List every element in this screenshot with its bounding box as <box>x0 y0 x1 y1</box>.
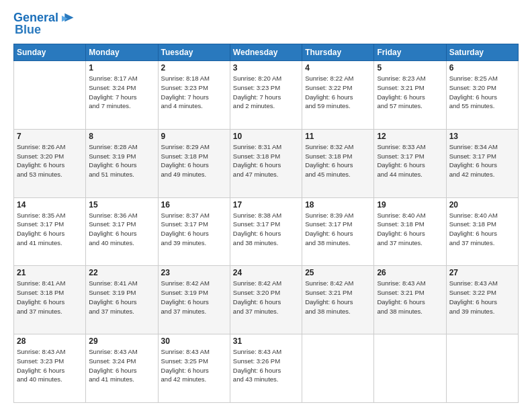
logo: General Blue <box>13 11 75 37</box>
week-row-3: 21Sunrise: 8:41 AMSunset: 3:18 PMDayligh… <box>14 266 519 334</box>
calendar-cell: 20Sunrise: 8:40 AMSunset: 3:18 PMDayligh… <box>446 197 518 266</box>
day-info: Sunrise: 8:43 AMSunset: 3:23 PMDaylight:… <box>17 347 83 384</box>
calendar-cell: 24Sunrise: 8:42 AMSunset: 3:20 PMDayligh… <box>230 266 302 334</box>
weekday-header-thursday: Thursday <box>302 44 374 61</box>
calendar-cell: 5Sunrise: 8:23 AMSunset: 3:21 PMDaylight… <box>374 61 446 130</box>
day-info: Sunrise: 8:43 AMSunset: 3:21 PMDaylight:… <box>377 279 443 316</box>
day-info: Sunrise: 8:35 AMSunset: 3:17 PMDaylight:… <box>17 211 83 248</box>
day-info: Sunrise: 8:43 AMSunset: 3:24 PMDaylight:… <box>89 347 154 384</box>
calendar-cell: 4Sunrise: 8:22 AMSunset: 3:22 PMDaylight… <box>302 61 374 130</box>
weekday-header-wednesday: Wednesday <box>230 44 302 61</box>
calendar-cell: 19Sunrise: 8:40 AMSunset: 3:18 PMDayligh… <box>374 197 446 266</box>
day-info: Sunrise: 8:31 AMSunset: 3:18 PMDaylight:… <box>233 142 299 179</box>
calendar-body: 1Sunrise: 8:17 AMSunset: 3:24 PMDaylight… <box>14 61 519 403</box>
calendar-cell: 3Sunrise: 8:20 AMSunset: 3:23 PMDaylight… <box>230 61 302 130</box>
weekday-header-sunday: Sunday <box>14 44 86 61</box>
day-number: 19 <box>377 200 443 210</box>
day-number: 21 <box>17 268 83 277</box>
day-number: 17 <box>233 200 299 210</box>
calendar-cell: 7Sunrise: 8:26 AMSunset: 3:20 PMDaylight… <box>14 129 86 197</box>
calendar-cell: 13Sunrise: 8:34 AMSunset: 3:17 PMDayligh… <box>446 129 518 197</box>
calendar-cell: 25Sunrise: 8:42 AMSunset: 3:21 PMDayligh… <box>302 266 374 334</box>
weekday-header-monday: Monday <box>86 44 158 61</box>
day-number: 31 <box>233 336 299 346</box>
week-row-0: 1Sunrise: 8:17 AMSunset: 3:24 PMDaylight… <box>14 61 519 130</box>
day-info: Sunrise: 8:36 AMSunset: 3:17 PMDaylight:… <box>89 211 154 248</box>
day-info: Sunrise: 8:43 AMSunset: 3:22 PMDaylight:… <box>449 279 515 316</box>
calendar-cell <box>14 61 86 130</box>
calendar-cell: 31Sunrise: 8:43 AMSunset: 3:26 PMDayligh… <box>230 334 302 403</box>
calendar: SundayMondayTuesdayWednesdayThursdayFrid… <box>13 44 519 403</box>
week-row-4: 28Sunrise: 8:43 AMSunset: 3:23 PMDayligh… <box>14 334 519 403</box>
calendar-cell: 22Sunrise: 8:41 AMSunset: 3:19 PMDayligh… <box>86 266 158 334</box>
calendar-cell: 18Sunrise: 8:39 AMSunset: 3:17 PMDayligh… <box>302 197 374 266</box>
day-info: Sunrise: 8:25 AMSunset: 3:20 PMDaylight:… <box>449 74 515 111</box>
day-info: Sunrise: 8:43 AMSunset: 3:25 PMDaylight:… <box>161 347 227 384</box>
day-info: Sunrise: 8:34 AMSunset: 3:17 PMDaylight:… <box>449 142 515 179</box>
day-number: 8 <box>89 132 154 141</box>
calendar-cell: 17Sunrise: 8:38 AMSunset: 3:17 PMDayligh… <box>230 197 302 266</box>
day-info: Sunrise: 8:42 AMSunset: 3:20 PMDaylight:… <box>233 279 299 316</box>
day-number: 4 <box>305 63 371 73</box>
calendar-cell: 10Sunrise: 8:31 AMSunset: 3:18 PMDayligh… <box>230 129 302 197</box>
day-number: 13 <box>449 132 515 141</box>
calendar-cell <box>302 334 374 403</box>
day-info: Sunrise: 8:37 AMSunset: 3:17 PMDaylight:… <box>161 211 227 248</box>
day-number: 25 <box>305 268 371 277</box>
day-number: 16 <box>161 200 227 210</box>
day-number: 7 <box>17 132 83 141</box>
calendar-cell: 14Sunrise: 8:35 AMSunset: 3:17 PMDayligh… <box>14 197 86 266</box>
day-info: Sunrise: 8:17 AMSunset: 3:24 PMDaylight:… <box>89 74 154 111</box>
day-info: Sunrise: 8:28 AMSunset: 3:19 PMDaylight:… <box>89 142 154 179</box>
day-number: 2 <box>161 63 227 73</box>
calendar-cell: 15Sunrise: 8:36 AMSunset: 3:17 PMDayligh… <box>86 197 158 266</box>
calendar-cell: 29Sunrise: 8:43 AMSunset: 3:24 PMDayligh… <box>86 334 158 403</box>
day-info: Sunrise: 8:22 AMSunset: 3:22 PMDaylight:… <box>305 74 371 111</box>
weekday-header-friday: Friday <box>374 44 446 61</box>
day-info: Sunrise: 8:39 AMSunset: 3:17 PMDaylight:… <box>305 211 371 248</box>
day-number: 28 <box>17 336 83 346</box>
day-number: 18 <box>305 200 371 210</box>
day-info: Sunrise: 8:33 AMSunset: 3:17 PMDaylight:… <box>377 142 443 179</box>
day-info: Sunrise: 8:23 AMSunset: 3:21 PMDaylight:… <box>377 74 443 111</box>
calendar-cell: 2Sunrise: 8:18 AMSunset: 3:23 PMDaylight… <box>158 61 230 130</box>
header: General Blue <box>13 11 519 37</box>
calendar-cell: 27Sunrise: 8:43 AMSunset: 3:22 PMDayligh… <box>446 266 518 334</box>
calendar-cell <box>374 334 446 403</box>
calendar-cell: 30Sunrise: 8:43 AMSunset: 3:25 PMDayligh… <box>158 334 230 403</box>
day-number: 23 <box>161 268 227 277</box>
page: General Blue SundayMondayTuesdayWednesda… <box>0 0 532 411</box>
calendar-cell: 6Sunrise: 8:25 AMSunset: 3:20 PMDaylight… <box>446 61 518 130</box>
day-info: Sunrise: 8:40 AMSunset: 3:18 PMDaylight:… <box>377 211 443 248</box>
calendar-cell: 12Sunrise: 8:33 AMSunset: 3:17 PMDayligh… <box>374 129 446 197</box>
day-number: 20 <box>449 200 515 210</box>
weekday-header-saturday: Saturday <box>446 44 518 61</box>
day-number: 22 <box>89 268 154 277</box>
day-info: Sunrise: 8:40 AMSunset: 3:18 PMDaylight:… <box>449 211 515 248</box>
weekday-header-row: SundayMondayTuesdayWednesdayThursdayFrid… <box>14 44 519 61</box>
day-number: 30 <box>161 336 227 346</box>
day-number: 14 <box>17 200 83 210</box>
day-number: 3 <box>233 63 299 73</box>
calendar-cell: 16Sunrise: 8:37 AMSunset: 3:17 PMDayligh… <box>158 197 230 266</box>
weekday-header-tuesday: Tuesday <box>158 44 230 61</box>
calendar-cell: 26Sunrise: 8:43 AMSunset: 3:21 PMDayligh… <box>374 266 446 334</box>
day-info: Sunrise: 8:42 AMSunset: 3:21 PMDaylight:… <box>305 279 371 316</box>
day-number: 12 <box>377 132 443 141</box>
day-number: 10 <box>233 132 299 141</box>
day-info: Sunrise: 8:42 AMSunset: 3:19 PMDaylight:… <box>161 279 227 316</box>
calendar-cell <box>446 334 518 403</box>
day-info: Sunrise: 8:20 AMSunset: 3:23 PMDaylight:… <box>233 74 299 111</box>
day-number: 15 <box>89 200 154 210</box>
day-number: 6 <box>449 63 515 73</box>
calendar-cell: 28Sunrise: 8:43 AMSunset: 3:23 PMDayligh… <box>14 334 86 403</box>
day-number: 5 <box>377 63 443 73</box>
day-info: Sunrise: 8:32 AMSunset: 3:18 PMDaylight:… <box>305 142 371 179</box>
logo-icon <box>60 11 75 26</box>
day-info: Sunrise: 8:29 AMSunset: 3:18 PMDaylight:… <box>161 142 227 179</box>
day-info: Sunrise: 8:43 AMSunset: 3:26 PMDaylight:… <box>233 347 299 384</box>
day-info: Sunrise: 8:38 AMSunset: 3:17 PMDaylight:… <box>233 211 299 248</box>
day-number: 29 <box>89 336 154 346</box>
svg-marker-0 <box>64 13 73 21</box>
day-info: Sunrise: 8:26 AMSunset: 3:20 PMDaylight:… <box>17 142 83 179</box>
